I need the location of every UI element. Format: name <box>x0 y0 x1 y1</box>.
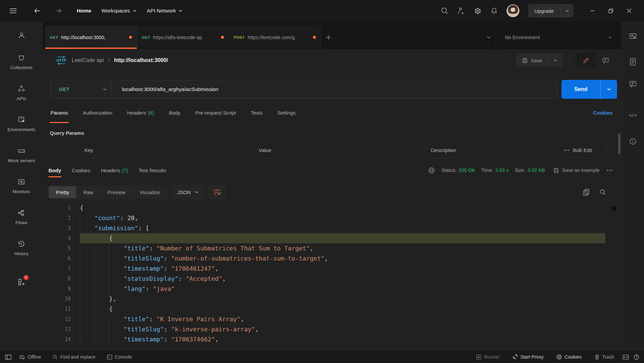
environment-selector[interactable]: No Environment <box>496 26 621 49</box>
comments-icon[interactable] <box>629 80 637 88</box>
search-response-button[interactable] <box>600 189 606 195</box>
chevron-down-icon <box>133 9 137 12</box>
tab-params[interactable]: Params <box>50 101 69 124</box>
method-selector[interactable]: GET <box>50 80 111 98</box>
environment-quick-look-icon[interactable] <box>629 32 637 40</box>
start-proxy-button[interactable]: Start Proxy <box>508 354 548 360</box>
save-button[interactable]: Save <box>516 54 548 67</box>
copy-response-button[interactable] <box>583 189 589 196</box>
cookies-button[interactable]: Cookies <box>552 354 586 360</box>
tab-label: http://localhost:3000, <box>61 35 126 40</box>
forward-arrow-icon[interactable] <box>55 8 62 13</box>
sidebar-item-mock-servers[interactable]: Mock servers <box>0 139 43 170</box>
notifications-bell-icon[interactable] <box>490 7 498 15</box>
save-as-example-button[interactable]: Save as example <box>553 168 600 173</box>
sidebar-item-environments[interactable]: Environments <box>0 108 43 139</box>
column-description[interactable]: Description <box>424 142 549 158</box>
line-number: 11 <box>43 304 71 314</box>
user-avatar[interactable] <box>507 4 519 17</box>
response-body-viewer[interactable]: 1{2 "count": 20,3 "submission": [4 {5 "t… <box>43 202 621 351</box>
response-tab-cookies[interactable]: Cookies <box>72 158 90 182</box>
runner-button[interactable]: Runner <box>472 354 504 360</box>
format-selector[interactable]: JSON <box>172 185 204 200</box>
settings-gear-icon[interactable] <box>474 7 482 15</box>
sidebar-new-button[interactable]: ! <box>17 273 26 286</box>
trash-button[interactable]: Trash <box>590 354 618 360</box>
send-options-chevron[interactable] <box>600 80 617 99</box>
toggle-sidebar-icon[interactable] <box>4 355 11 360</box>
response-tab-test-results[interactable]: Test Results <box>139 158 166 182</box>
request-tab-3[interactable]: POST https://leetcode.com/g <box>229 26 321 49</box>
trash-icon <box>594 354 600 360</box>
column-key[interactable]: Key <box>78 142 252 158</box>
save-options-chevron[interactable] <box>548 54 562 67</box>
sidebar-item-collections[interactable]: Collections <box>0 46 43 77</box>
sidebar-item-history[interactable]: History <box>0 232 43 263</box>
sidebar-item-apis[interactable]: APIs <box>0 77 43 108</box>
request-tab-1[interactable]: GET http://localhost:3000, <box>45 26 137 49</box>
view-pretty[interactable]: Pretty <box>49 186 76 198</box>
breadcrumb: HTTP LeetCode api / http://localhost:300… <box>55 55 168 65</box>
search-icon[interactable] <box>441 7 448 14</box>
upgrade-button[interactable]: Upgrade <box>528 4 574 18</box>
param-checkbox-column[interactable] <box>53 142 78 158</box>
response-tab-body[interactable]: Body <box>49 158 61 182</box>
offline-status[interactable]: Offline <box>15 354 45 360</box>
wrap-lines-button[interactable] <box>208 185 226 200</box>
sidebar-item-flows[interactable]: Flows <box>0 201 43 232</box>
window-restore-icon[interactable] <box>608 8 614 14</box>
console-button[interactable]: Console <box>103 354 136 360</box>
globe-icon[interactable] <box>428 167 435 174</box>
help-icon[interactable] <box>634 354 639 360</box>
environments-icon <box>17 116 26 124</box>
code-line: 9 "lang": "java" <box>43 284 621 294</box>
new-tab-button[interactable] <box>321 26 336 49</box>
column-value[interactable]: Value <box>252 142 424 158</box>
send-button[interactable]: Send <box>561 80 600 99</box>
profile-icon[interactable] <box>17 31 26 40</box>
documentation-icon[interactable] <box>629 58 637 66</box>
line-number: 8 <box>43 274 71 284</box>
nav-home[interactable]: Home <box>77 8 91 14</box>
tab-pre-request-script[interactable]: Pre-request Script <box>195 101 237 124</box>
request-tab-2[interactable]: GET https://alfa-leetcode-ap <box>137 26 229 49</box>
nav-workspaces[interactable]: Workspaces <box>101 8 137 14</box>
response-tab-headers[interactable]: Headers(7) <box>101 158 128 182</box>
tab-overflow-chevron[interactable] <box>482 36 496 39</box>
nav-api-network[interactable]: API Network <box>147 8 183 14</box>
code-line: 3 "submission": [ <box>43 223 621 233</box>
tab-settings[interactable]: Settings <box>277 101 296 124</box>
comment-button[interactable] <box>600 55 611 66</box>
view-visualize[interactable]: Visualize <box>133 186 167 198</box>
cookies-link[interactable]: Cookies <box>593 101 613 124</box>
code-snippet-icon[interactable]: </> <box>629 113 637 118</box>
view-raw[interactable]: Raw <box>76 186 100 198</box>
tab-tests[interactable]: Tests <box>250 101 263 124</box>
tab-headers[interactable]: Headers(6) <box>126 101 155 124</box>
request-title[interactable]: http://localhost:3000/ <box>114 57 168 63</box>
edit-button[interactable] <box>577 53 595 68</box>
two-pane-layout-icon[interactable] <box>623 355 629 360</box>
response-more-options[interactable] <box>607 170 613 171</box>
panel-scrollbar-thumb[interactable] <box>618 133 620 154</box>
find-and-replace-button[interactable]: Find and replace <box>49 354 99 360</box>
sidebar-item-monitors[interactable]: Monitors <box>0 170 43 201</box>
bulk-edit-button[interactable]: Bulk Edit <box>549 142 607 158</box>
svg-text:HTTP: HTTP <box>57 58 66 62</box>
breadcrumb-collection[interactable]: LeetCode api <box>72 57 104 63</box>
url-input[interactable]: localhost:3000/alfa_arghya/acSubmission <box>112 86 218 92</box>
tab-body[interactable]: Body <box>168 101 181 124</box>
upgrade-chevron[interactable] <box>560 4 574 18</box>
back-arrow-icon[interactable] <box>34 8 40 13</box>
search-icon <box>53 355 58 360</box>
hamburger-menu-icon[interactable] <box>9 8 17 13</box>
window-minimize-icon[interactable] <box>590 8 595 13</box>
breadcrumb-separator: / <box>108 57 109 63</box>
code-scrollbar-thumb[interactable] <box>612 206 616 210</box>
view-preview[interactable]: Preview <box>100 186 132 198</box>
tab-authorization[interactable]: Authorization <box>82 101 113 124</box>
window-close-icon[interactable] <box>626 8 632 13</box>
unsaved-dot <box>221 36 224 39</box>
info-icon[interactable] <box>629 138 637 145</box>
invite-user-icon[interactable] <box>457 7 465 14</box>
